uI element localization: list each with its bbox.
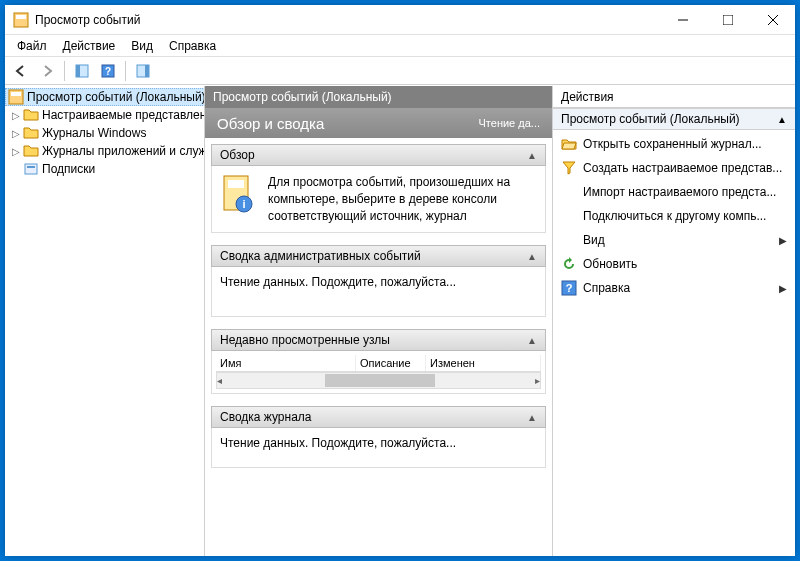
loading-text: Чтение данных. Подождите, пожалуйста... xyxy=(220,436,456,450)
collapse-icon[interactable]: ▲ xyxy=(527,251,537,262)
svg-text:?: ? xyxy=(566,282,573,294)
filter-icon xyxy=(561,160,577,176)
forward-button[interactable] xyxy=(35,59,59,83)
actions-title: Действия xyxy=(561,90,614,104)
center-body[interactable]: Обзор ▲ i Для просмотра событий, произош… xyxy=(205,138,552,556)
svg-rect-7 xyxy=(76,65,80,77)
action-label: Справка xyxy=(583,281,773,295)
event-viewer-window: Просмотр событий Файл Действие Вид Справ… xyxy=(5,5,795,556)
action-label: Импорт настраиваемого предста... xyxy=(583,185,787,199)
panel-log-summary: Сводка журнала ▲ Чтение данных. Подождит… xyxy=(211,406,546,468)
svg-rect-11 xyxy=(145,65,149,77)
svg-rect-3 xyxy=(723,15,733,25)
svg-text:?: ? xyxy=(105,66,111,77)
panel-header[interactable]: Сводка журнала ▲ xyxy=(211,406,546,428)
action-label: Создать настраиваемое представ... xyxy=(583,161,787,175)
panel-title: Сводка административных событий xyxy=(220,249,421,263)
action-label: Обновить xyxy=(583,257,787,271)
collapse-icon[interactable]: ▲ xyxy=(527,412,537,423)
minimize-button[interactable] xyxy=(660,5,705,34)
panel-overview: Обзор ▲ i Для просмотра событий, произош… xyxy=(211,144,546,233)
list-header: Имя Описание Изменен xyxy=(216,355,541,372)
menu-view[interactable]: Вид xyxy=(123,37,161,55)
titlebar[interactable]: Просмотр событий xyxy=(5,5,795,35)
tree-label: Журналы Windows xyxy=(42,126,146,140)
action-label: Вид xyxy=(583,233,773,247)
center-header: Просмотр событий (Локальный) xyxy=(205,86,552,108)
app-icon xyxy=(13,12,29,28)
svg-rect-1 xyxy=(16,15,26,19)
panel-body: Имя Описание Изменен ◂▸ xyxy=(211,351,546,394)
actions-header: Действия xyxy=(553,86,795,108)
action-create-custom-view[interactable]: Создать настраиваемое представ... xyxy=(553,156,795,180)
back-button[interactable] xyxy=(9,59,33,83)
center-subtitle: Обзор и сводка xyxy=(217,115,324,132)
col-mod[interactable]: Изменен xyxy=(426,355,541,371)
show-hide-tree-button[interactable] xyxy=(70,59,94,83)
tree-label: Настраиваемые представления xyxy=(42,108,205,122)
tree-subscriptions[interactable]: Подписки xyxy=(5,160,205,178)
col-desc[interactable]: Описание xyxy=(356,355,426,371)
expand-icon[interactable]: ▷ xyxy=(9,146,23,157)
menu-action[interactable]: Действие xyxy=(55,37,124,55)
svg-rect-17 xyxy=(228,180,244,188)
center-pane: Просмотр событий (Локальный) Обзор и сво… xyxy=(205,86,553,556)
col-name[interactable]: Имя xyxy=(216,355,356,371)
tree-custom-views[interactable]: ▷ Настраиваемые представления xyxy=(5,106,205,124)
expand-icon[interactable]: ▷ xyxy=(9,110,23,121)
tree-label: Просмотр событий (Локальный) xyxy=(27,90,205,104)
event-viewer-icon xyxy=(8,89,24,105)
tree-windows-logs[interactable]: ▷ Журналы Windows xyxy=(5,124,205,142)
actions-group-header[interactable]: Просмотр событий (Локальный) ▲ xyxy=(553,108,795,130)
action-open-saved-log[interactable]: Открыть сохраненный журнал... xyxy=(553,132,795,156)
menu-file[interactable]: Файл xyxy=(9,37,55,55)
svg-text:i: i xyxy=(242,198,245,210)
panel-admin-summary: Сводка административных событий ▲ Чтение… xyxy=(211,245,546,317)
action-import-custom-view[interactable]: Импорт настраиваемого предста... xyxy=(553,180,795,204)
blank-icon xyxy=(561,184,577,200)
expand-icon[interactable]: ▷ xyxy=(9,128,23,139)
window-title: Просмотр событий xyxy=(35,13,660,27)
panel-body: i Для просмотра событий, произошедших на… xyxy=(211,166,546,233)
toolbar-separator xyxy=(125,61,126,81)
show-hide-action-button[interactable] xyxy=(131,59,155,83)
action-help[interactable]: ? Справка ▶ xyxy=(553,276,795,300)
close-button[interactable] xyxy=(750,5,795,34)
tree-label: Подписки xyxy=(42,162,95,176)
panel-title: Недавно просмотренные узлы xyxy=(220,333,390,347)
collapse-icon[interactable]: ▲ xyxy=(527,335,537,346)
toolbar-separator xyxy=(64,61,65,81)
menu-help[interactable]: Справка xyxy=(161,37,224,55)
folder-icon xyxy=(23,107,39,123)
submenu-arrow-icon: ▶ xyxy=(779,235,787,246)
panel-header[interactable]: Сводка административных событий ▲ xyxy=(211,245,546,267)
action-view[interactable]: Вид ▶ xyxy=(553,228,795,252)
open-log-icon xyxy=(561,136,577,152)
panel-body: Чтение данных. Подождите, пожалуйста... xyxy=(211,267,546,317)
menubar: Файл Действие Вид Справка xyxy=(5,35,795,57)
overview-icon: i xyxy=(220,174,260,224)
action-refresh[interactable]: Обновить xyxy=(553,252,795,276)
panel-title: Обзор xyxy=(220,148,255,162)
folder-icon xyxy=(23,125,39,141)
help-button[interactable]: ? xyxy=(96,59,120,83)
collapse-icon[interactable]: ▲ xyxy=(527,150,537,161)
blank-icon xyxy=(561,208,577,224)
tree-root[interactable]: Просмотр событий (Локальный) xyxy=(5,88,205,106)
panel-title: Сводка журнала xyxy=(220,410,312,424)
panel-header[interactable]: Недавно просмотренные узлы ▲ xyxy=(211,329,546,351)
collapse-icon[interactable]: ▲ xyxy=(777,114,787,125)
panel-header[interactable]: Обзор ▲ xyxy=(211,144,546,166)
tree-app-logs[interactable]: ▷ Журналы приложений и служб xyxy=(5,142,205,160)
horizontal-scrollbar[interactable]: ◂▸ xyxy=(216,372,541,389)
toolbar: ? xyxy=(5,57,795,85)
action-label: Подключиться к другому компь... xyxy=(583,209,787,223)
maximize-button[interactable] xyxy=(705,5,750,34)
svg-rect-14 xyxy=(25,164,37,174)
loading-text: Чтение данных. Подождите, пожалуйста... xyxy=(220,275,456,289)
center-subheader: Обзор и сводка Чтение да... xyxy=(205,108,552,138)
tree-pane[interactable]: Просмотр событий (Локальный) ▷ Настраива… xyxy=(5,86,205,556)
overview-text: Для просмотра событий, произошедших на к… xyxy=(268,174,537,224)
action-connect-computer[interactable]: Подключиться к другому компь... xyxy=(553,204,795,228)
blank-icon xyxy=(561,232,577,248)
